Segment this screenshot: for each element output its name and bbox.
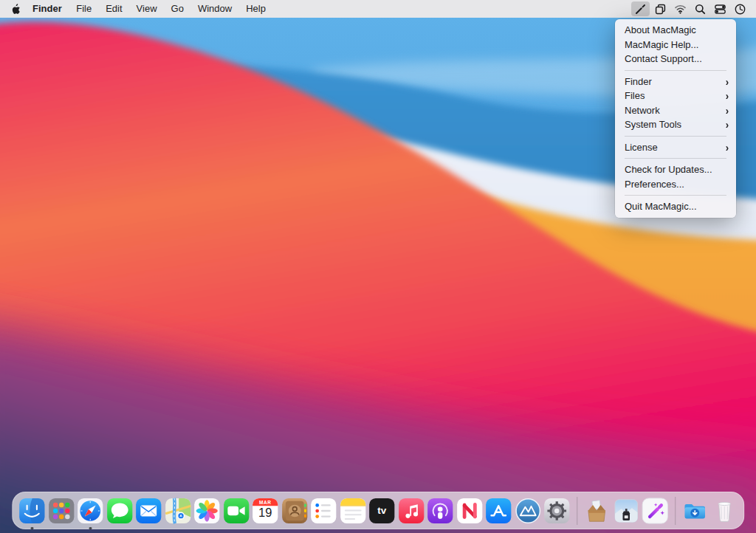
menu-finder[interactable]: Finder (25, 0, 69, 18)
menu-item-label: Network (625, 103, 726, 118)
status-icons (630, 0, 756, 18)
stacked-windows-icon[interactable] (650, 0, 670, 18)
dock-icon-photos[interactable] (193, 497, 221, 530)
menu-item-label: System Tools (625, 117, 726, 132)
dock-icon-downloads-folder[interactable] (681, 497, 709, 530)
submenu-chevron-icon: › (726, 117, 729, 133)
menu-go[interactable]: Go (164, 0, 190, 18)
apple-logo-icon (11, 3, 21, 15)
menu-item-check-for-updates[interactable]: Check for Updates... (615, 162, 736, 177)
dock-icon-news[interactable] (456, 497, 484, 530)
menu-item-finder[interactable]: Finder› (615, 75, 736, 89)
dock-icon-app-store[interactable] (484, 497, 512, 530)
menu-item-about-macmagic[interactable]: About MacMagic (615, 23, 736, 38)
dock-icon-mountain-app[interactable] (514, 497, 542, 530)
desktop: FinderFileEditViewGoWindowHelp About Mac… (0, 0, 756, 533)
control-center-icon[interactable] (710, 0, 730, 18)
dock-icon-facetime[interactable] (222, 497, 250, 530)
dock-divider (675, 497, 676, 525)
menu-item-license[interactable]: License› (615, 140, 736, 155)
menu-item-preferences[interactable]: Preferences... (615, 177, 736, 192)
menu-item-contact-support[interactable]: Contact Support... (615, 52, 736, 66)
menu-item-label: Files (625, 89, 726, 103)
menu-divider (625, 136, 726, 137)
menu-list: FinderFileEditViewGoWindowHelp (25, 0, 272, 18)
dock-icon-podcasts[interactable] (426, 497, 454, 530)
menu-view[interactable]: View (129, 0, 164, 18)
menu-item-label: Finder (625, 75, 726, 89)
dock: MAR19tv (12, 492, 744, 529)
menu-item-quit-macmagic[interactable]: Quit MacMagic... (615, 199, 736, 214)
dropdown-menu: About MacMagicMacMagic Help...Contact Su… (615, 19, 736, 218)
menu-divider (625, 195, 726, 196)
running-indicator-dot (89, 527, 92, 530)
dock-icon-calendar[interactable]: MAR19 (251, 497, 279, 530)
dock-icon-notes[interactable] (339, 497, 367, 530)
menu-divider (625, 70, 726, 71)
menu-bar: FinderFileEditViewGoWindowHelp (0, 0, 756, 18)
menu-file[interactable]: File (69, 0, 99, 18)
dock-icon-music[interactable] (397, 497, 425, 530)
menu-divider (625, 158, 726, 159)
dock-icon-maps[interactable] (164, 497, 192, 530)
dock-icon-messages[interactable] (106, 497, 134, 530)
dock-icon-reminders[interactable] (309, 497, 337, 530)
dock-icon-trash[interactable] (710, 497, 738, 530)
dock-icon-ink-image-app[interactable] (612, 497, 640, 530)
dock-icon-contacts[interactable] (281, 497, 309, 530)
magic-wand-icon[interactable] (630, 0, 650, 18)
dock-icon-launchpad[interactable] (47, 497, 75, 530)
dock-divider (577, 497, 577, 525)
search-icon[interactable] (690, 0, 710, 18)
dock-icon-apple-tv[interactable]: tv (368, 497, 396, 530)
dock-icon-macmagic-wand-app[interactable] (641, 497, 669, 530)
menu-item-label: License (625, 140, 726, 155)
menu-item-network[interactable]: Network› (615, 103, 736, 118)
menu-edit[interactable]: Edit (99, 0, 129, 18)
dock-icon-archive-box-app[interactable] (583, 497, 611, 530)
menu-help[interactable]: Help (239, 0, 273, 18)
apple-menu[interactable] (0, 3, 25, 15)
menu-item-label: Quit MacMagic... (625, 199, 729, 214)
menu-bar-left: FinderFileEditViewGoWindowHelp (0, 0, 272, 18)
menu-item-label: MacMagic Help... (625, 38, 729, 52)
menu-item-label: Check for Updates... (625, 162, 729, 177)
menu-window[interactable]: Window (190, 0, 238, 18)
wifi-icon[interactable] (670, 0, 690, 18)
dock-icon-finder[interactable] (18, 497, 46, 530)
menu-item-label: About MacMagic (625, 23, 729, 38)
dock-icon-safari[interactable] (76, 497, 104, 530)
menu-item-system-tools[interactable]: System Tools› (615, 117, 736, 132)
menu-item-macmagic-help[interactable]: MacMagic Help... (615, 38, 736, 52)
clock-icon[interactable] (730, 0, 750, 18)
running-indicator-dot (31, 527, 34, 530)
menu-item-files[interactable]: Files› (615, 89, 736, 103)
dock-icon-mail[interactable] (134, 497, 162, 530)
menu-item-label: Contact Support... (625, 52, 729, 66)
menu-item-label: Preferences... (625, 177, 729, 192)
submenu-chevron-icon: › (726, 139, 729, 155)
dock-icon-system-preferences[interactable] (543, 497, 571, 530)
